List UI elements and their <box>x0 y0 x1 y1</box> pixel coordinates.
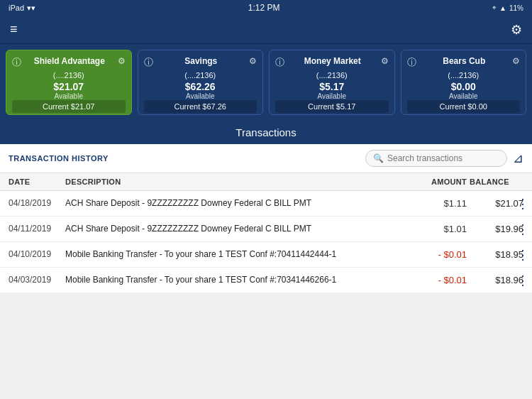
account-card-header: ⓘ Shield Advantage ⚙ <box>12 56 126 69</box>
tx-description: Mobile Banking Transfer - To your share … <box>65 249 403 259</box>
account-number: (....2136) <box>144 71 257 80</box>
account-card-3[interactable]: ⓘ Bears Cub ⚙ (....2136) $0.00 Available… <box>401 50 527 115</box>
tx-menu-icon[interactable]: ⋮ <box>516 273 529 288</box>
account-available: Available <box>12 92 126 100</box>
account-gear-icon[interactable]: ⚙ <box>118 56 126 66</box>
account-number: (....2136) <box>407 71 521 80</box>
account-card-0[interactable]: ⓘ Shield Advantage ⚙ (....2136) $21.07 A… <box>6 50 132 115</box>
table-header: DATE DESCRIPTION AMOUNT BALANCE <box>0 173 532 191</box>
tx-menu-icon[interactable]: ⋮ <box>516 222 529 237</box>
tx-date: 04/10/2019 <box>9 249 65 259</box>
search-icon: 🔍 <box>373 153 384 163</box>
account-available: Available <box>407 92 521 100</box>
transactions-toolbar: TRANSACTION HISTORY 🔍 ⊿ <box>0 144 532 173</box>
filter-icon[interactable]: ⊿ <box>513 151 523 166</box>
tx-amount: - $0.01 <box>403 275 467 285</box>
status-bar: iPad ▾▾ 1:12 PM ⌖ ▲ 11% <box>0 0 532 16</box>
account-available: Available <box>275 92 389 100</box>
account-gear-icon[interactable]: ⚙ <box>381 56 389 66</box>
transactions-list: 04/18/2019 ACH Share Deposit - 9ZZZZZZZZ… <box>0 191 532 293</box>
account-footer: Current $67.26 <box>144 100 257 113</box>
account-amount: $62.26 <box>144 81 257 92</box>
account-card-header: ⓘ Bears Cub ⚙ <box>407 56 521 69</box>
hamburger-menu-icon[interactable]: ≡ <box>10 22 18 37</box>
account-card-2[interactable]: ⓘ Money Market ⚙ (....2136) $5.17 Availa… <box>269 50 395 115</box>
status-time: 1:12 PM <box>248 3 280 13</box>
transactions-title: Transactions <box>235 126 296 138</box>
toolbar-right: 🔍 ⊿ <box>365 150 523 167</box>
account-name: Money Market <box>284 56 381 66</box>
account-available: Available <box>144 92 257 100</box>
account-footer: Current $0.00 <box>407 100 521 113</box>
signal-icon: ▲ <box>499 4 506 12</box>
table-row[interactable]: 04/10/2019 Mobile Banking Transfer - To … <box>0 242 532 268</box>
account-number: (....2136) <box>12 71 126 80</box>
account-footer: Current $21.07 <box>12 100 126 113</box>
tx-menu-icon[interactable]: ⋮ <box>516 196 529 212</box>
account-card-header: ⓘ Savings ⚙ <box>144 56 257 69</box>
col-balance-header: BALANCE <box>467 177 523 186</box>
transactions-header: Transactions <box>0 121 532 144</box>
tx-balance: $19.96 <box>467 224 523 234</box>
col-amount-header: AMOUNT <box>403 177 467 186</box>
col-date-header: DATE <box>9 177 65 186</box>
wifi-icon: ▾▾ <box>27 4 35 13</box>
account-gear-icon[interactable]: ⚙ <box>512 56 520 66</box>
tx-description: Mobile Banking Transfer - To your share … <box>65 275 403 285</box>
info-icon[interactable]: ⓘ <box>407 56 416 69</box>
table-row[interactable]: 04/11/2019 ACH Share Deposit - 9ZZZZZZZZ… <box>0 217 532 242</box>
account-name: Savings <box>153 56 250 66</box>
account-amount: $21.07 <box>12 81 126 92</box>
tx-date: 04/18/2019 <box>9 198 65 208</box>
status-right: ⌖ ▲ 11% <box>492 4 523 12</box>
table-row[interactable]: 04/03/2019 Mobile Banking Transfer - To … <box>0 268 532 293</box>
tx-balance: $21.07 <box>467 198 523 209</box>
transaction-history-label: TRANSACTION HISTORY <box>9 154 109 163</box>
tx-description: ACH Share Deposit - 9ZZZZZZZZZ Downey Fe… <box>65 224 403 234</box>
col-description-header: DESCRIPTION <box>65 177 403 186</box>
account-gear-icon[interactable]: ⚙ <box>249 56 257 66</box>
transactions-section: Transactions TRANSACTION HISTORY 🔍 ⊿ DAT… <box>0 121 532 293</box>
tx-balance: $18.95 <box>467 249 523 260</box>
bluetooth-icon: ⌖ <box>492 4 497 12</box>
accounts-row: ⓘ Shield Advantage ⚙ (....2136) $21.07 A… <box>0 44 532 121</box>
info-icon[interactable]: ⓘ <box>12 56 21 69</box>
tx-amount: $1.11 <box>403 198 467 209</box>
tx-date: 04/11/2019 <box>9 224 65 234</box>
nav-bar: ≡ ⚙ <box>0 16 532 44</box>
tx-menu-icon[interactable]: ⋮ <box>516 247 529 263</box>
info-icon[interactable]: ⓘ <box>144 56 153 69</box>
tx-date: 04/03/2019 <box>9 275 65 285</box>
account-name: Bears Cub <box>416 56 513 66</box>
account-number: (....2136) <box>275 71 389 80</box>
info-icon[interactable]: ⓘ <box>275 56 284 69</box>
tx-amount: - $0.01 <box>403 249 467 260</box>
account-amount: $0.00 <box>407 81 521 92</box>
status-left: iPad ▾▾ <box>9 4 35 13</box>
account-name: Shield Advantage <box>21 56 118 66</box>
tx-description: ACH Share Deposit - 9ZZZZZZZZZ Downey Fe… <box>65 198 403 208</box>
settings-icon[interactable]: ⚙ <box>511 22 522 38</box>
account-amount: $5.17 <box>275 81 389 92</box>
tx-balance: $18.96 <box>467 275 523 285</box>
battery-label: 11% <box>509 4 523 12</box>
account-footer: Current $5.17 <box>275 100 389 113</box>
account-card-header: ⓘ Money Market ⚙ <box>275 56 389 69</box>
table-row[interactable]: 04/18/2019 ACH Share Deposit - 9ZZZZZZZZ… <box>0 191 532 217</box>
search-box[interactable]: 🔍 <box>365 150 507 167</box>
tx-amount: $1.01 <box>403 224 467 234</box>
search-input[interactable] <box>387 153 499 163</box>
account-card-1[interactable]: ⓘ Savings ⚙ (....2136) $62.26 Available … <box>138 50 264 115</box>
carrier-label: iPad <box>9 4 24 12</box>
